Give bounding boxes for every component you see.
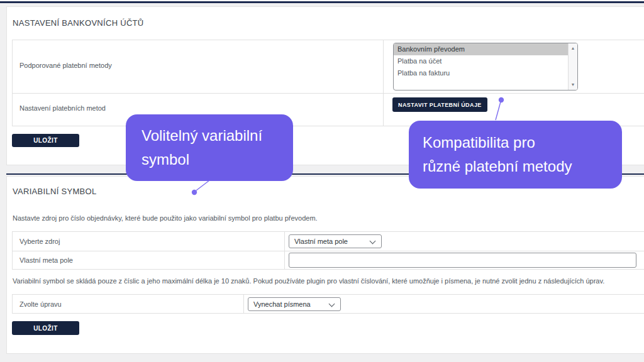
source-table: Vyberte zdroj Vlastní meta pole Vlastní … xyxy=(12,231,644,270)
table-column-divider xyxy=(383,40,384,126)
callout-text-line: symbol xyxy=(142,148,293,172)
callout-text-line: Kompatibilita pro xyxy=(423,131,622,155)
scroll-down-icon[interactable]: ▼ xyxy=(569,82,577,88)
bank-settings-title: NASTAVENÍ BANKOVNÍCH ÚČTŮ xyxy=(13,18,144,28)
adjustment-select-value: Vynechat písmena xyxy=(253,300,311,308)
adjustment-table: Zvolte úpravu Vynechat písmena xyxy=(12,294,644,314)
payment-methods-multiselect[interactable]: Bankovním převodem Platba na účet Platba… xyxy=(393,43,578,90)
source-select[interactable]: Vlastní meta pole xyxy=(289,234,382,248)
note-text: Variabilní symbol se skládá pouze z čísl… xyxy=(13,277,604,285)
table-row-divider xyxy=(13,251,644,251)
callout-payment-compatibility: Kompatibilita pro různé platební metody xyxy=(409,121,622,189)
callout-optional-variable-symbol: Volitelný variabilní symbol xyxy=(126,114,293,181)
methods-settings-label: Nastavení platebních metod xyxy=(19,104,106,112)
multiselect-option[interactable]: Bankovním převodem xyxy=(394,43,569,55)
supported-methods-label: Podporované platební metody xyxy=(19,62,112,69)
multiselect-scrollbar[interactable]: ▲ ▼ xyxy=(568,43,577,90)
adjustment-label: Zvolte úpravu xyxy=(19,300,62,308)
variable-symbol-card: VARIABILNÍ SYMBOL Nastavte zdroj pro čís… xyxy=(6,176,644,354)
chevron-down-icon xyxy=(329,301,335,307)
callout-text-line: různé platební metody xyxy=(423,155,622,178)
variable-symbol-title: VARIABILNÍ SYMBOL xyxy=(13,187,96,196)
chevron-down-icon xyxy=(370,238,376,244)
top-accent-bar xyxy=(0,1,644,3)
source-label: Vyberte zdroj xyxy=(19,238,60,245)
settings-page: NASTAVENÍ BANKOVNÍCH ÚČTŮ Podporované pl… xyxy=(0,0,644,362)
custom-meta-input[interactable] xyxy=(289,253,636,268)
multiselect-option[interactable]: Platba na fakturu xyxy=(394,67,569,79)
intro-text: Nastavte zdroj pro číslo objednávky, kte… xyxy=(13,214,318,222)
scroll-up-icon[interactable]: ▲ xyxy=(569,45,577,52)
table-column-divider xyxy=(243,295,244,313)
bank-settings-table: Podporované platební metody Bankovním př… xyxy=(12,40,644,126)
callout-text-line: Volitelný variabilní xyxy=(142,124,293,148)
table-row-divider xyxy=(13,93,644,94)
setup-payment-button[interactable]: NASTAVIT PLATEBNÍ ÚDAJE xyxy=(392,97,487,112)
save-button-variable-symbol[interactable]: ULOŽIT xyxy=(12,321,79,335)
adjustment-select[interactable]: Vynechat písmena xyxy=(248,297,341,311)
source-select-value: Vlastní meta pole xyxy=(294,238,348,245)
custom-meta-label: Vlastní meta pole xyxy=(19,256,73,264)
multiselect-option[interactable]: Platba na účet xyxy=(394,55,569,67)
save-button-bank[interactable]: ULOŽIT xyxy=(12,134,79,147)
